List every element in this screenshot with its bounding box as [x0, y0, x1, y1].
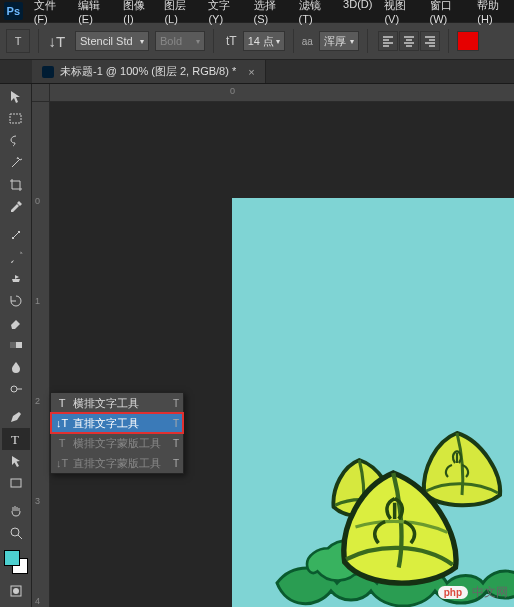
- marquee-tool[interactable]: [2, 108, 30, 130]
- svg-point-9: [13, 588, 19, 594]
- ctx-shortcut: T: [173, 418, 179, 429]
- eraser-tool[interactable]: [2, 312, 30, 334]
- ctx-label: 横排文字蒙版工具: [73, 436, 161, 451]
- font-size-value: 14 点: [248, 34, 274, 49]
- foreground-color-swatch[interactable]: [4, 550, 20, 566]
- ruler-mark: 2: [35, 396, 40, 406]
- svg-rect-3: [10, 342, 16, 348]
- align-center-button[interactable]: [399, 31, 419, 51]
- svg-rect-6: [11, 479, 21, 487]
- ruler-mark: 0: [35, 196, 40, 206]
- type-vertical-icon: ↓T: [55, 417, 69, 429]
- crop-tool[interactable]: [2, 174, 30, 196]
- svg-rect-1: [10, 114, 21, 123]
- divider: [213, 29, 214, 53]
- main-area: T: [0, 84, 514, 607]
- app-logo: Ps: [4, 2, 23, 20]
- menu-filter[interactable]: 滤镜(T): [296, 0, 335, 27]
- quick-mask-toggle[interactable]: [2, 580, 30, 602]
- text-orientation-toggle[interactable]: ↓T: [47, 30, 69, 52]
- menu-select[interactable]: 选择(S): [251, 0, 290, 27]
- ruler-vertical[interactable]: 0 1 2 3 4: [32, 102, 50, 607]
- font-family-value: Stencil Std: [80, 35, 133, 47]
- pen-tool[interactable]: [2, 406, 30, 428]
- type-mask-vertical-icon: ↓T: [55, 457, 69, 469]
- ruler-mark: 0: [230, 86, 235, 96]
- antialias-label: aa: [302, 36, 313, 47]
- ctx-label: 横排文字工具: [73, 396, 139, 411]
- ruler-origin[interactable]: [32, 84, 50, 102]
- eyedropper-tool[interactable]: [2, 196, 30, 218]
- menu-layer[interactable]: 图层(L): [161, 0, 199, 27]
- healing-brush-tool[interactable]: [2, 224, 30, 246]
- hand-tool[interactable]: [2, 500, 30, 522]
- options-bar: T ↓T Stencil Std ▾ Bold ▾ tT 14 点 ▾ aa 浑…: [0, 22, 514, 60]
- menu-view[interactable]: 视图(V): [381, 0, 420, 27]
- text-color-swatch[interactable]: [457, 31, 479, 51]
- align-right-button[interactable]: [420, 31, 440, 51]
- clone-stamp-tool[interactable]: [2, 268, 30, 290]
- ctx-horizontal-type-mask[interactable]: T 横排文字蒙版工具 T: [51, 433, 183, 453]
- brush-tool[interactable]: [2, 246, 30, 268]
- menu-3d[interactable]: 3D(D): [340, 0, 375, 27]
- current-tool-icon[interactable]: T: [6, 29, 30, 53]
- ctx-label: 直排文字蒙版工具: [73, 456, 161, 471]
- type-horizontal-icon: T: [55, 397, 69, 409]
- ctx-shortcut: T: [173, 438, 179, 449]
- canvas-illustration: [267, 388, 514, 607]
- antialias-select[interactable]: 浑厚 ▾: [319, 31, 359, 51]
- type-tool-flyout: T 横排文字工具 T ↓T 直排文字工具 T T 横排文字蒙版工具 T ↓T 直…: [50, 392, 184, 474]
- type-tool[interactable]: T: [2, 428, 30, 450]
- document-icon: [42, 66, 54, 78]
- ctx-shortcut: T: [173, 458, 179, 469]
- magic-wand-tool[interactable]: [2, 152, 30, 174]
- path-selection-tool[interactable]: [2, 450, 30, 472]
- close-icon[interactable]: ×: [248, 66, 254, 78]
- move-tool[interactable]: [2, 86, 30, 108]
- font-size-input[interactable]: 14 点 ▾: [243, 31, 285, 51]
- watermark-badge: php: [438, 586, 468, 599]
- menu-window[interactable]: 窗口(W): [427, 0, 469, 27]
- divider: [448, 29, 449, 53]
- menu-file[interactable]: 文件(F): [31, 0, 70, 27]
- zoom-tool[interactable]: [2, 522, 30, 544]
- menu-help[interactable]: 帮助(H): [474, 0, 514, 27]
- document-tab[interactable]: 未标题-1 @ 100% (图层 2, RGB/8) * ×: [32, 60, 266, 83]
- gradient-tool[interactable]: [2, 334, 30, 356]
- canvas-viewport[interactable]: [50, 102, 514, 607]
- ctx-vertical-type-mask[interactable]: ↓T 直排文字蒙版工具 T: [51, 453, 183, 473]
- chevron-down-icon: ▾: [140, 37, 144, 46]
- align-left-button[interactable]: [378, 31, 398, 51]
- svg-text:T: T: [11, 432, 19, 447]
- menu-type[interactable]: 文字(Y): [205, 0, 244, 27]
- ctx-shortcut: T: [173, 398, 179, 409]
- svg-text:↓T: ↓T: [48, 33, 65, 50]
- ctx-label: 直排文字工具: [73, 416, 139, 431]
- svg-point-7: [11, 528, 19, 536]
- menu-edit[interactable]: 编辑(E): [75, 0, 114, 27]
- ruler-mark: 4: [35, 596, 40, 606]
- type-mask-horizontal-icon: T: [55, 437, 69, 449]
- ctx-horizontal-type[interactable]: T 横排文字工具 T: [51, 393, 183, 413]
- blur-tool[interactable]: [2, 356, 30, 378]
- watermark-text: 中文网: [472, 584, 508, 601]
- menu-bar: 文件(F) 编辑(E) 图像(I) 图层(L) 文字(Y) 选择(S) 滤镜(T…: [31, 0, 514, 27]
- ruler-mark: 1: [35, 296, 40, 306]
- font-family-select[interactable]: Stencil Std ▾: [75, 31, 149, 51]
- document-tab-title: 未标题-1 @ 100% (图层 2, RGB/8) *: [60, 64, 236, 79]
- ruler-horizontal[interactable]: 0: [50, 84, 514, 102]
- color-swatches[interactable]: [4, 550, 28, 574]
- history-brush-tool[interactable]: [2, 290, 30, 312]
- artboard[interactable]: [232, 198, 514, 607]
- chevron-down-icon: ▾: [350, 37, 354, 46]
- shape-tool[interactable]: [2, 472, 30, 494]
- dodge-tool[interactable]: [2, 378, 30, 400]
- title-bar: Ps 文件(F) 编辑(E) 图像(I) 图层(L) 文字(Y) 选择(S) 滤…: [0, 0, 514, 22]
- divider: [38, 29, 39, 53]
- ruler-mark: 3: [35, 496, 40, 506]
- menu-image[interactable]: 图像(I): [120, 0, 155, 27]
- lasso-tool[interactable]: [2, 130, 30, 152]
- font-style-select[interactable]: Bold ▾: [155, 31, 205, 51]
- ctx-vertical-type[interactable]: ↓T 直排文字工具 T: [51, 413, 183, 433]
- svg-point-4: [11, 386, 17, 392]
